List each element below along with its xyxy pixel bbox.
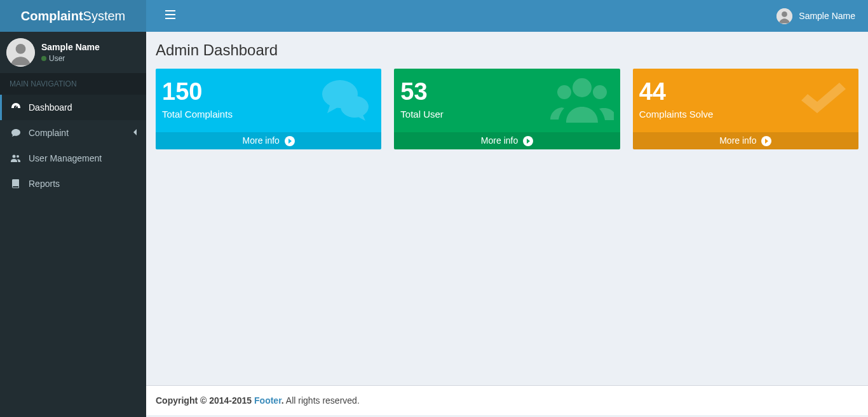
svg-point-8 — [573, 78, 592, 97]
card-total-complaints: 150 Total Complaints More info — [156, 69, 381, 149]
user-status: User — [41, 54, 140, 63]
more-info-label: More info — [481, 135, 518, 146]
footer-link[interactable]: Footer — [254, 395, 281, 406]
users-icon — [10, 153, 22, 163]
sidebar-item-label: Complaint — [29, 128, 69, 138]
dashboard-icon — [10, 102, 22, 113]
svg-point-5 — [17, 155, 19, 158]
arrow-circle-right-icon — [761, 136, 771, 146]
comments-icon — [318, 72, 375, 141]
content-wrapper: Admin Dashboard 150 Total Complaints Mor… — [146, 0, 868, 385]
content-header: Admin Dashboard — [146, 32, 868, 69]
sidebar-item-complaint[interactable]: Complaint — [0, 120, 146, 146]
content: 150 Total Complaints More info 53 Total … — [146, 69, 868, 159]
sidebar: Sample Name User MAIN NAVIGATION Dashboa… — [0, 32, 146, 417]
stat-row: 150 Total Complaints More info 53 Total … — [156, 69, 858, 149]
sidebar-item-label: Reports — [29, 179, 60, 189]
navbar: Sample Name — [146, 0, 868, 32]
svg-point-3 — [16, 44, 26, 54]
svg-point-7 — [341, 96, 369, 118]
sidebar-menu: Dashboard Complaint User Management — [0, 95, 146, 196]
page-title: Admin Dashboard — [156, 41, 858, 59]
online-status-icon — [41, 56, 46, 61]
card-total-user: 53 Total User More info — [394, 69, 620, 149]
sidebar-item-label: Dashboard — [29, 102, 72, 113]
copyright-label: Copyright © 2014-2015 — [156, 395, 254, 406]
svg-point-1 — [782, 11, 787, 17]
header: ComplaintSystem Sample Name — [0, 0, 868, 32]
sidebar-item-reports[interactable]: Reports — [0, 171, 146, 196]
avatar-icon — [6, 38, 35, 67]
logo[interactable]: ComplaintSystem — [0, 0, 146, 32]
menu-toggle-icon[interactable] — [156, 1, 185, 31]
svg-point-4 — [13, 155, 16, 158]
avatar-icon — [776, 8, 792, 24]
sidebar-section-header: MAIN NAVIGATION — [0, 73, 146, 95]
comment-icon — [10, 128, 22, 138]
check-icon — [795, 72, 852, 141]
user-panel: Sample Name User — [0, 32, 146, 73]
more-info-label: More info — [719, 135, 756, 146]
footer: Copyright © 2014-2015 Footer. All rights… — [146, 385, 868, 415]
svg-point-10 — [593, 85, 607, 99]
sidebar-user-name: Sample Name — [41, 42, 140, 52]
sidebar-item-label: User Management — [29, 153, 102, 163]
chevron-left-icon — [133, 129, 137, 137]
more-info-label: More info — [243, 135, 280, 146]
users-group-icon — [550, 72, 614, 141]
book-icon — [10, 179, 22, 189]
arrow-circle-right-icon — [523, 136, 533, 146]
sidebar-item-dashboard[interactable]: Dashboard — [0, 95, 146, 120]
rights-label: All rights reserved. — [284, 395, 360, 406]
user-menu[interactable]: Sample Name — [773, 3, 858, 29]
arrow-circle-right-icon — [285, 136, 295, 146]
svg-point-9 — [557, 85, 571, 99]
sidebar-item-user-management[interactable]: User Management — [0, 146, 146, 171]
user-name-label: Sample Name — [799, 11, 855, 21]
user-role-label: User — [49, 54, 65, 63]
logo-light: System — [83, 9, 126, 23]
card-complaints-solve: 44 Complaints Solve More info — [633, 69, 858, 149]
logo-bold: Complaint — [21, 9, 83, 23]
